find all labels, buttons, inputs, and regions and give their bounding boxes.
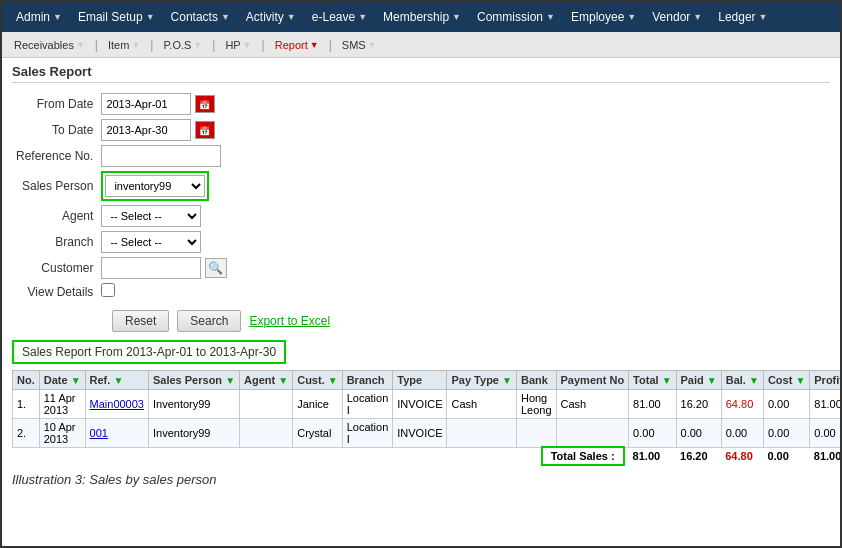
cell-type: INVOICE (393, 419, 447, 448)
nav-membership[interactable]: Membership ▼ (375, 6, 469, 28)
col-date[interactable]: Date ▼ (39, 371, 85, 390)
to-date-calendar-icon[interactable]: 📅 (195, 121, 215, 139)
col-profit[interactable]: Profit ▼ (810, 371, 842, 390)
cell-paid: 0.00 (676, 419, 721, 448)
view-details-label: View Details (12, 281, 97, 302)
cell-cust: Crystal (293, 419, 342, 448)
cell-sales-person: Inventory99 (148, 419, 239, 448)
customer-input[interactable] (101, 257, 201, 279)
subnav-sms[interactable]: SMS ▼ (336, 37, 383, 53)
nav-ledger[interactable]: Ledger ▼ (710, 6, 775, 28)
cell-ref[interactable]: Main00003 (85, 390, 148, 419)
total-cost: 0.00 (763, 448, 809, 465)
subnav-item[interactable]: Item ▼ (102, 37, 146, 53)
nav-admin-arrow: ▼ (53, 12, 62, 22)
subnav-pos[interactable]: P.O.S ▼ (157, 37, 208, 53)
agent-select[interactable]: -- Select -- Agent1 Agent2 (101, 205, 201, 227)
subnav-hp[interactable]: HP ▼ (219, 37, 257, 53)
search-button[interactable]: Search (177, 310, 241, 332)
col-bal[interactable]: Bal. ▼ (721, 371, 763, 390)
sort-paytype-icon: ▼ (502, 375, 512, 386)
sort-cost-icon: ▼ (795, 375, 805, 386)
col-pay-type[interactable]: Pay Type ▼ (447, 371, 516, 390)
ref-no-row: Reference No. (12, 143, 231, 169)
nav-contacts-arrow: ▼ (221, 12, 230, 22)
cell-profit: 0.00 (810, 419, 842, 448)
cell-branch: Location I (342, 390, 393, 419)
from-date-row: From Date 📅 (12, 91, 231, 117)
nav-email-setup-arrow: ▼ (146, 12, 155, 22)
nav-e-leave[interactable]: e-Leave ▼ (304, 6, 375, 28)
col-agent[interactable]: Agent ▼ (240, 371, 293, 390)
sales-person-label: Sales Person (12, 169, 97, 203)
cell-paid: 16.20 (676, 390, 721, 419)
col-cust[interactable]: Cust. ▼ (293, 371, 342, 390)
sales-person-wrapper: inventory99 All admin (101, 171, 209, 201)
subnav-report[interactable]: Report ▼ (269, 37, 325, 53)
subnav-report-arrow: ▼ (310, 40, 319, 50)
view-details-checkbox[interactable] (101, 283, 115, 297)
nav-activity-arrow: ▼ (287, 12, 296, 22)
cell-bal: 64.80 (721, 390, 763, 419)
nav-activity[interactable]: Activity ▼ (238, 6, 304, 28)
sep1: | (95, 38, 98, 52)
total-bal: 64.80 (721, 448, 763, 465)
report-banner: Sales Report From 2013-Apr-01 to 2013-Ap… (12, 340, 286, 364)
nav-contacts[interactable]: Contacts ▼ (163, 6, 238, 28)
to-date-input[interactable] (101, 119, 191, 141)
sep3: | (212, 38, 215, 52)
col-sales-person[interactable]: Sales Person ▼ (148, 371, 239, 390)
total-paid: 16.20 (676, 448, 721, 465)
subnav-sms-arrow: ▼ (368, 40, 377, 50)
sort-ref-icon: ▼ (113, 375, 123, 386)
cell-ref[interactable]: 001 (85, 419, 148, 448)
subnav-receivables-arrow: ▼ (76, 40, 85, 50)
reset-button[interactable]: Reset (112, 310, 169, 332)
col-type: Type (393, 371, 447, 390)
nav-email-setup[interactable]: Email Setup ▼ (70, 6, 163, 28)
col-bank: Bank (516, 371, 556, 390)
nav-e-leave-arrow: ▼ (358, 12, 367, 22)
branch-label: Branch (12, 229, 97, 255)
cell-bal: 0.00 (721, 419, 763, 448)
from-date-label: From Date (12, 91, 97, 117)
ref-no-input[interactable] (101, 145, 221, 167)
agent-row: Agent -- Select -- Agent1 Agent2 (12, 203, 231, 229)
col-ref[interactable]: Ref. ▼ (85, 371, 148, 390)
nav-employee[interactable]: Employee ▼ (563, 6, 644, 28)
total-profit: 81.00 (810, 448, 842, 465)
from-date-calendar-icon[interactable]: 📅 (195, 95, 215, 113)
table-header-row: No. Date ▼ Ref. ▼ Sales Person ▼ Agent ▼… (13, 371, 843, 390)
col-cost[interactable]: Cost ▼ (763, 371, 809, 390)
agent-label: Agent (12, 203, 97, 229)
sep2: | (150, 38, 153, 52)
cell-no: 1. (13, 390, 40, 419)
col-paid[interactable]: Paid ▼ (676, 371, 721, 390)
subnav-receivables[interactable]: Receivables ▼ (8, 37, 91, 53)
sub-navigation: Receivables ▼ | Item ▼ | P.O.S ▼ | HP ▼ … (2, 32, 840, 58)
export-excel-button[interactable]: Export to Excel (249, 314, 330, 328)
cell-total: 0.00 (629, 419, 676, 448)
nav-vendor-arrow: ▼ (693, 12, 702, 22)
branch-row: Branch -- Select -- Location I Location … (12, 229, 231, 255)
cell-cost: 0.00 (763, 390, 809, 419)
subnav-item-arrow: ▼ (131, 40, 140, 50)
nav-ledger-arrow: ▼ (759, 12, 768, 22)
nav-commission[interactable]: Commission ▼ (469, 6, 563, 28)
sales-person-select[interactable]: inventory99 All admin (105, 175, 205, 197)
from-date-input[interactable] (101, 93, 191, 115)
to-date-row: To Date 📅 (12, 117, 231, 143)
col-no: No. (13, 371, 40, 390)
branch-select[interactable]: -- Select -- Location I Location II (101, 231, 201, 253)
col-total[interactable]: Total ▼ (629, 371, 676, 390)
action-buttons: Reset Search Export to Excel (112, 310, 830, 332)
customer-search-icon[interactable]: 🔍 (205, 258, 227, 278)
nav-admin[interactable]: Admin ▼ (8, 6, 70, 28)
nav-vendor[interactable]: Vendor ▼ (644, 6, 710, 28)
cell-type: INVOICE (393, 390, 447, 419)
totals-row: Total Sales : 81.00 16.20 64.80 0.00 81.… (13, 448, 843, 465)
cell-no: 2. (13, 419, 40, 448)
nav-employee-arrow: ▼ (627, 12, 636, 22)
cell-agent (240, 390, 293, 419)
customer-label: Customer (12, 255, 97, 281)
